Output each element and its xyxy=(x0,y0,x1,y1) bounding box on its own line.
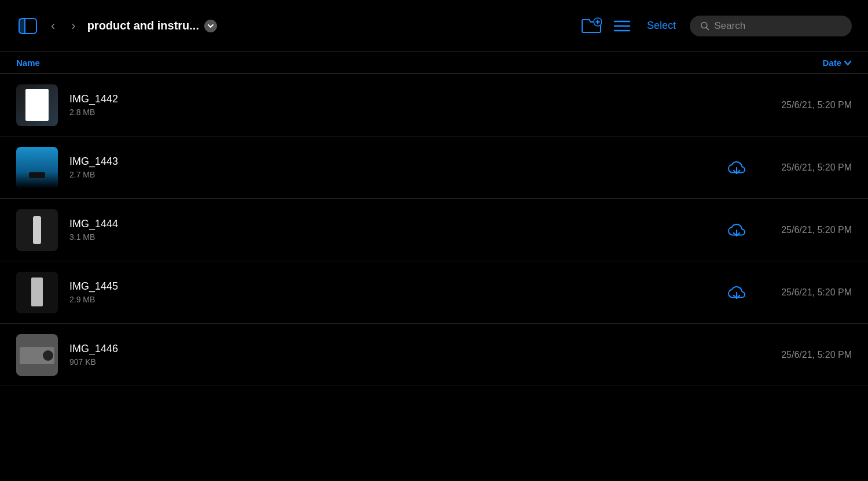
file-info: IMG_1445 2.9 MB xyxy=(69,280,726,304)
file-size: 3.1 MB xyxy=(69,232,726,242)
file-row[interactable]: IMG_1442 2.8 MB 25/6/21, 5:20 PM xyxy=(0,74,868,136)
file-size: 907 KB xyxy=(69,357,759,367)
file-name: IMG_1446 xyxy=(69,343,759,355)
back-button[interactable]: ‹ xyxy=(46,16,60,36)
file-size: 2.8 MB xyxy=(69,108,759,117)
file-thumbnail xyxy=(16,147,58,188)
file-info: IMG_1443 2.7 MB xyxy=(69,156,726,179)
file-thumbnail xyxy=(16,272,58,313)
breadcrumb-title: product and instru... xyxy=(87,19,199,32)
date-column-sort-button[interactable]: Date xyxy=(822,58,852,68)
file-date: 25/6/21, 5:20 PM xyxy=(759,100,852,110)
file-thumbnail xyxy=(16,84,58,126)
file-name: IMG_1443 xyxy=(69,156,726,168)
file-right: 25/6/21, 5:20 PM xyxy=(759,100,852,110)
list-view-button[interactable] xyxy=(611,16,633,36)
file-name: IMG_1444 xyxy=(69,218,726,230)
svg-point-3 xyxy=(204,20,217,32)
file-row[interactable]: IMG_1444 3.1 MB 25/6/21, 5:20 PM xyxy=(0,199,868,261)
new-folder-button[interactable] xyxy=(579,15,604,37)
search-container xyxy=(690,16,852,36)
file-name: IMG_1445 xyxy=(69,280,726,293)
file-thumbnail xyxy=(16,334,58,376)
file-info: IMG_1442 2.8 MB xyxy=(69,93,759,117)
svg-rect-1 xyxy=(19,18,25,34)
file-row[interactable]: IMG_1443 2.7 MB 25/6/21, 5:20 PM xyxy=(0,136,868,199)
file-info: IMG_1446 907 KB xyxy=(69,343,759,367)
file-name: IMG_1442 xyxy=(69,93,759,105)
toolbar: ‹ › product and instru... Select xyxy=(0,0,868,52)
search-icon xyxy=(700,21,709,31)
sort-chevron-icon xyxy=(844,60,852,66)
file-size: 2.7 MB xyxy=(69,170,726,179)
file-size: 2.9 MB xyxy=(69,295,726,304)
file-date: 25/6/21, 5:20 PM xyxy=(759,162,852,173)
cloud-download-icon xyxy=(726,220,748,240)
svg-line-11 xyxy=(706,27,708,29)
cloud-download-icon xyxy=(726,283,748,302)
file-info: IMG_1444 3.1 MB xyxy=(69,218,726,242)
file-row[interactable]: IMG_1445 2.9 MB 25/6/21, 5:20 PM xyxy=(0,261,868,324)
file-list: IMG_1442 2.8 MB 25/6/21, 5:20 PM IMG_144… xyxy=(0,74,868,386)
file-thumbnail xyxy=(16,209,58,251)
column-headers: Name Date xyxy=(0,52,868,74)
file-right: 25/6/21, 5:20 PM xyxy=(759,350,852,360)
search-input[interactable] xyxy=(714,20,841,32)
breadcrumb: product and instru... xyxy=(87,19,218,33)
name-column-header: Name xyxy=(16,58,40,68)
file-row[interactable]: IMG_1446 907 KB 25/6/21, 5:20 PM xyxy=(0,324,868,386)
forward-button[interactable]: › xyxy=(67,16,80,36)
file-date: 25/6/21, 5:20 PM xyxy=(759,287,852,298)
file-right: 25/6/21, 5:20 PM xyxy=(726,283,852,302)
file-right: 25/6/21, 5:20 PM xyxy=(726,220,852,240)
date-column-header: Date xyxy=(822,58,852,68)
breadcrumb-dropdown-button[interactable] xyxy=(204,19,218,33)
file-date: 25/6/21, 5:20 PM xyxy=(759,350,852,360)
sidebar-toggle-button[interactable] xyxy=(16,16,39,36)
cloud-download-icon xyxy=(726,158,748,177)
file-date: 25/6/21, 5:20 PM xyxy=(759,225,852,235)
file-right: 25/6/21, 5:20 PM xyxy=(726,158,852,177)
select-button[interactable]: Select xyxy=(640,17,683,34)
